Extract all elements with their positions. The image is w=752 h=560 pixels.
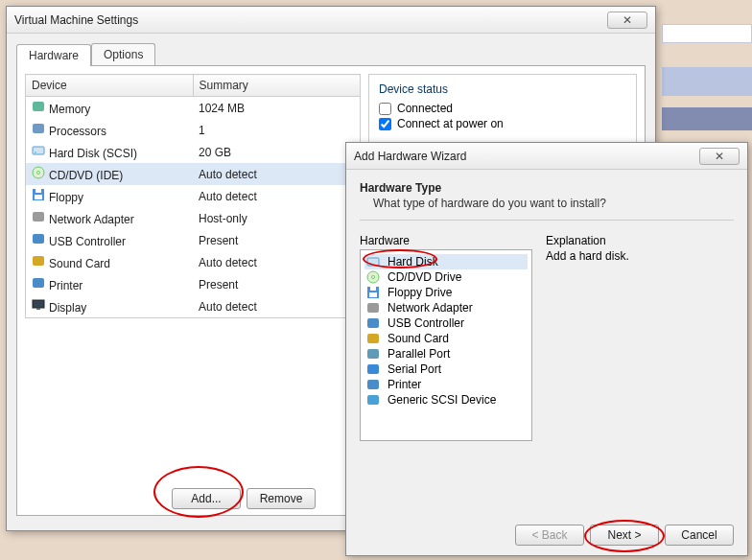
table-row[interactable]: CD/DVD (IDE)Auto detect — [26, 163, 361, 185]
svg-rect-12 — [33, 278, 44, 288]
connect-power-checkbox[interactable] — [379, 118, 391, 130]
tab-options[interactable]: Options — [91, 43, 155, 65]
svg-rect-22 — [367, 303, 379, 313]
list-item-label: Sound Card — [388, 332, 449, 345]
device-summary: Auto detect — [193, 185, 361, 207]
list-item-label: Generic SCSI Device — [388, 393, 496, 407]
table-row[interactable]: Network AdapterHost-only — [26, 207, 361, 229]
wizard-sub: What type of hardware do you want to ins… — [373, 197, 734, 210]
device-name: Printer — [49, 279, 82, 292]
tab-hardware[interactable]: Hardware — [16, 44, 91, 66]
list-item[interactable]: Parallel Port — [364, 346, 528, 362]
device-summary: Host-only — [193, 207, 361, 229]
svg-rect-23 — [367, 318, 379, 328]
list-item-label: Serial Port — [388, 362, 441, 376]
connect-power-checkbox-row[interactable]: Connect at power on — [379, 117, 626, 130]
svg-point-3 — [35, 152, 36, 153]
list-item[interactable]: Generic SCSI Device — [364, 392, 528, 408]
list-item-label: Floppy Drive — [388, 286, 452, 299]
explanation-text: Add a hard disk. — [546, 249, 734, 263]
list-item-label: Hard Disk — [388, 255, 438, 268]
cpu-icon — [32, 122, 45, 135]
serial-icon — [366, 362, 380, 376]
back-button[interactable]: < Back — [515, 525, 584, 546]
svg-rect-20 — [370, 287, 376, 291]
net-icon — [366, 301, 380, 315]
cancel-button[interactable]: Cancel — [665, 525, 734, 546]
printer-icon — [366, 378, 380, 391]
col-device[interactable]: Device — [26, 75, 194, 97]
device-name: USB Controller — [49, 235, 126, 248]
device-summary: Auto detect — [193, 251, 361, 273]
list-item[interactable]: Hard Disk — [364, 254, 528, 269]
device-summary: Present — [193, 229, 361, 251]
list-item[interactable]: Serial Port — [364, 362, 528, 377]
printer-icon — [32, 276, 45, 290]
table-row[interactable]: Sound CardAuto detect — [26, 251, 361, 273]
svg-point-18 — [372, 276, 375, 279]
hdd-icon — [366, 255, 380, 268]
svg-rect-2 — [33, 147, 44, 154]
device-name: Network Adapter — [49, 213, 134, 226]
table-row[interactable]: Memory1024 MB — [26, 97, 361, 120]
settings-tabs: Hardware Options — [7, 34, 655, 65]
list-item-label: Printer — [388, 378, 421, 391]
display-icon — [32, 298, 45, 312]
list-item-label: Network Adapter — [388, 301, 473, 315]
device-summary: Present — [193, 273, 361, 295]
wizard-title: Add Hardware Wizard — [354, 150, 466, 163]
list-item-label: Parallel Port — [388, 347, 450, 361]
svg-rect-14 — [36, 308, 40, 310]
svg-rect-11 — [33, 256, 44, 266]
table-row[interactable]: Hard Disk (SCSI)20 GB — [26, 141, 361, 163]
device-name: Floppy — [49, 191, 83, 204]
wizard-close-button[interactable]: ✕ — [699, 148, 740, 165]
table-row[interactable]: FloppyAuto detect — [26, 185, 361, 207]
close-icon: ✕ — [715, 150, 724, 163]
table-row[interactable]: Processors1 — [26, 119, 361, 141]
titlebar: Virtual Machine Settings ✕ — [7, 7, 655, 34]
svg-rect-25 — [367, 349, 379, 359]
next-button[interactable]: Next > — [590, 525, 659, 546]
svg-rect-1 — [33, 124, 44, 133]
list-item[interactable]: Printer — [364, 377, 528, 392]
svg-rect-8 — [35, 195, 42, 199]
parallel-icon — [366, 347, 380, 361]
svg-rect-24 — [367, 334, 379, 343]
device-name: Sound Card — [49, 257, 110, 270]
col-summary[interactable]: Summary — [193, 75, 361, 97]
device-summary: Auto detect — [193, 163, 361, 185]
svg-rect-0 — [33, 102, 44, 111]
remove-button[interactable]: Remove — [247, 488, 316, 509]
device-name: CD/DVD (IDE) — [49, 169, 123, 182]
connected-checkbox-row[interactable]: Connected — [379, 102, 626, 115]
hardware-listbox[interactable]: Hard DiskCD/DVD DriveFloppy DriveNetwork… — [360, 249, 532, 441]
connect-power-label: Connect at power on — [397, 117, 504, 130]
svg-rect-10 — [33, 234, 44, 244]
svg-point-16 — [369, 263, 371, 265]
svg-rect-15 — [367, 258, 379, 266]
device-name: Display — [49, 301, 86, 315]
usb-icon — [366, 316, 380, 330]
list-item[interactable]: USB Controller — [364, 315, 528, 331]
device-name: Processors — [49, 125, 106, 138]
connected-checkbox[interactable] — [379, 103, 391, 115]
memory-icon — [32, 100, 45, 113]
device-table: Device Summary Memory1024 MBProcessors1H… — [25, 74, 361, 318]
add-button[interactable]: Add... — [172, 488, 241, 509]
list-item[interactable]: CD/DVD Drive — [364, 269, 528, 285]
svg-rect-21 — [369, 292, 377, 297]
wizard-heading: Hardware Type — [360, 181, 734, 195]
list-item[interactable]: Network Adapter — [364, 300, 528, 315]
floppy-icon — [32, 188, 45, 201]
close-button[interactable]: ✕ — [607, 12, 647, 29]
device-name: Hard Disk (SCSI) — [49, 147, 137, 160]
wizard-titlebar: Add Hardware Wizard ✕ — [346, 143, 747, 170]
table-row[interactable]: DisplayAuto detect — [26, 295, 361, 318]
table-row[interactable]: PrinterPresent — [26, 273, 361, 295]
table-row[interactable]: USB ControllerPresent — [26, 229, 361, 251]
svg-rect-9 — [33, 212, 44, 222]
list-item-label: CD/DVD Drive — [388, 270, 461, 284]
list-item[interactable]: Sound Card — [364, 331, 528, 346]
list-item[interactable]: Floppy Drive — [364, 285, 528, 300]
